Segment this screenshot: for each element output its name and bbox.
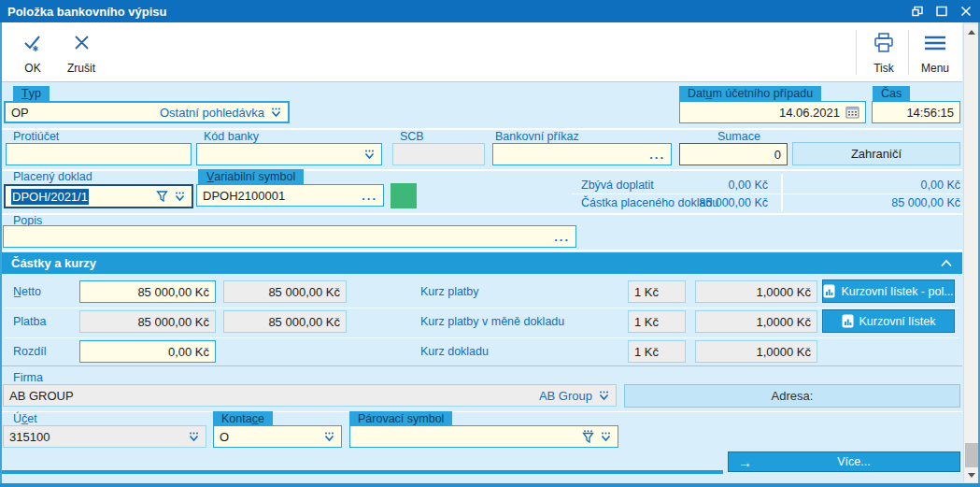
remaining-value-2: 0,00 Kč — [794, 179, 960, 192]
chevron-down-icon[interactable] — [174, 192, 186, 202]
chevron-down-icon[interactable] — [323, 432, 335, 442]
titlebar: Položka bankovního výpisu — [0, 0, 980, 22]
row-separator — [6, 337, 959, 338]
account-value: 315100 — [9, 430, 50, 444]
ok-label: OK — [24, 62, 40, 75]
print-label: Tisk — [873, 62, 894, 75]
platba-field-1: 85 000,00 Kč — [79, 310, 216, 333]
filter-icon[interactable] — [582, 430, 594, 443]
more-button[interactable]: → Více... — [728, 451, 960, 472]
maximize-icon[interactable] — [935, 5, 948, 18]
zahranici-button[interactable]: Zahraničí — [792, 142, 960, 165]
rozdil-field[interactable]: 0,00 Kč — [79, 340, 216, 363]
vertical-scrollbar[interactable] — [963, 24, 978, 482]
more-label: Více... — [758, 455, 950, 468]
close-icon[interactable] — [959, 5, 973, 18]
menu-button[interactable]: Menu — [914, 28, 957, 77]
calendar-icon[interactable] — [845, 106, 859, 119]
paid-document-field[interactable]: DPOH/2021/1 — [4, 184, 193, 208]
window-border — [0, 22, 2, 487]
exchange-list-button[interactable]: Kurzovní lístek — [822, 309, 955, 333]
bank-statement-item-window: Položka bankovního výpisu OK Zrušit — [0, 0, 980, 487]
collapse-icon[interactable] — [940, 259, 953, 267]
accounting-date-field[interactable]: 14.06.2021 — [679, 101, 866, 123]
address-label: Adresa: — [772, 389, 814, 403]
chart-doc-icon — [842, 314, 854, 328]
window-title: Položka bankovního výpisu — [7, 5, 166, 19]
print-button[interactable]: Tisk — [863, 28, 904, 77]
chevron-down-icon[interactable] — [270, 107, 282, 118]
netto-field-2: 85 000,00 Kč — [223, 280, 347, 303]
amounts-section-header[interactable]: Částky a kurzy — [2, 252, 962, 274]
scroll-down-icon[interactable] — [964, 467, 979, 482]
arrow-right-icon: → — [738, 455, 752, 469]
sumace-field[interactable]: 0 — [679, 143, 788, 165]
account-field[interactable]: 315100 — [3, 425, 206, 448]
pairing-symbol-field[interactable] — [349, 425, 618, 448]
ellipsis-icon[interactable]: ... — [362, 193, 377, 200]
payment-rate-label: Kurz platby — [420, 285, 479, 299]
description-field[interactable]: ... — [3, 225, 576, 248]
platba-label: Platba — [13, 315, 46, 329]
chevron-down-icon[interactable] — [188, 432, 200, 442]
ok-button[interactable]: OK — [11, 28, 54, 77]
payment-rate-value: 1,0000 Kč — [756, 285, 811, 299]
netto-field-1[interactable]: 85 000,00 Kč — [79, 280, 216, 303]
chevron-down-icon[interactable] — [598, 391, 610, 401]
company-field[interactable]: AB GROUP AB Group — [3, 384, 617, 407]
cancel-icon — [70, 32, 92, 54]
time-label: Čas — [873, 86, 910, 102]
remaining-value-1: 0,00 Kč — [645, 179, 768, 192]
counter-account-field[interactable] — [6, 143, 192, 165]
toolbar: OK Zrušit Tisk Menu — [2, 22, 962, 82]
variable-symbol-field[interactable]: DPOH2100001 ... — [196, 184, 384, 207]
posting-field[interactable]: O — [213, 425, 342, 448]
ellipsis-icon[interactable]: ... — [554, 234, 570, 241]
row-separator — [2, 411, 962, 412]
netto-value-2: 85 000,00 Kč — [268, 285, 340, 299]
doc-currency-rate-value: 1,0000 Kč — [756, 315, 811, 329]
chevron-down-icon[interactable] — [363, 150, 376, 160]
menu-icon — [922, 32, 948, 54]
company-picker-value: AB Group — [539, 389, 592, 403]
address-panel[interactable]: Adresa: — [624, 384, 960, 408]
scroll-up-icon[interactable] — [964, 24, 979, 39]
zahranici-label: Zahraničí — [851, 147, 902, 161]
doc-currency-rate-value-field: 1,0000 Kč — [695, 310, 817, 333]
document-rate-value: 1,0000 Kč — [756, 345, 811, 359]
ellipsis-icon[interactable]: ... — [649, 151, 665, 159]
platba-value-1: 85 000,00 Kč — [137, 315, 209, 329]
filter-icon[interactable] — [156, 191, 168, 202]
counter-account-label: Protiúčet — [13, 130, 59, 144]
typ-code: OP — [11, 106, 29, 120]
print-icon — [872, 32, 896, 54]
rozdil-value: 0,00 Kč — [168, 345, 209, 359]
paid-document-value: DPOH/2021/1 — [11, 189, 89, 205]
restore-icon[interactable] — [911, 5, 924, 18]
cancel-button[interactable]: Zrušit — [58, 28, 105, 77]
typ-value: Ostatní pohledávka — [160, 106, 264, 120]
row-separator — [6, 308, 959, 308]
time-field[interactable]: 14:56:15 — [872, 101, 960, 123]
remaining-label: Zbývá doplatit — [581, 179, 654, 192]
payment-rate-unit: 1 Kč — [628, 280, 686, 303]
row-separator — [2, 128, 962, 130]
payment-rate-value-field: 1,0000 Kč — [695, 280, 817, 303]
document-rate-unit: 1 Kč — [628, 340, 686, 363]
document-rate-label: Kurz dokladu — [420, 345, 489, 359]
variable-symbol-label: V̲ariabilní symbol — [198, 169, 304, 185]
scrollbar-thumb[interactable] — [965, 443, 978, 467]
status-indicator — [391, 183, 417, 208]
bank-order-field[interactable]: ... — [492, 143, 672, 165]
document-rate-unit-value: 1 Kč — [634, 345, 659, 359]
company-value: AB GROUP — [9, 389, 74, 403]
platba-field-2: 85 000,00 Kč — [223, 310, 347, 333]
column-separator — [781, 174, 783, 211]
chevron-down-icon[interactable] — [600, 432, 612, 442]
bank-order-label: Bankovní příkaz — [495, 130, 579, 144]
typ-field[interactable]: OP Ostatní pohledávka — [4, 101, 290, 123]
row-separator — [2, 213, 962, 215]
payment-rate-unit-value: 1 Kč — [634, 285, 659, 299]
exchange-list-items-button[interactable]: Kurzovní lístek - pol... — [822, 279, 955, 303]
bank-code-field[interactable] — [196, 143, 382, 165]
